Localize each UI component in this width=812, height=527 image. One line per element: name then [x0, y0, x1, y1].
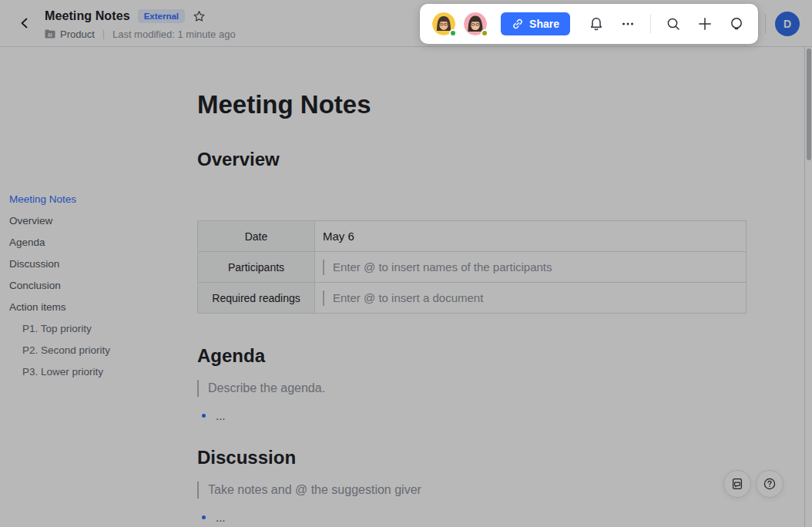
- comment-doc-icon: [730, 477, 744, 491]
- scrollbar-thumb[interactable]: [807, 49, 811, 160]
- table-label-participants: Participants: [198, 252, 315, 283]
- header-title-block: Meeting Notes External: [15, 8, 236, 41]
- collaboration-toolbar: Share: [420, 4, 758, 44]
- table-value-required-readings[interactable]: Enter @ to insert a document: [315, 283, 747, 314]
- agenda-placeholder-line[interactable]: Describe the agenda.: [197, 378, 747, 398]
- search-icon: [666, 16, 681, 32]
- outline-item-p3[interactable]: P3. Lower priority: [9, 361, 183, 382]
- table-row: Participants Enter @ to insert names of …: [198, 252, 747, 283]
- table-label-required-readings: Required readings: [198, 283, 315, 314]
- discussion-bullet-text: ...: [216, 511, 226, 524]
- overview-table: Date May 6 Participants Enter @ to inser…: [197, 220, 747, 314]
- doc-header: Meeting Notes External: [0, 0, 812, 47]
- cursor-bar: [323, 260, 324, 275]
- heading-discussion: Discussion: [197, 446, 747, 469]
- chevron-left-icon: [18, 17, 31, 29]
- meta-separator: |: [102, 29, 105, 39]
- collaborator-avatar-1[interactable]: [432, 12, 455, 35]
- help-button[interactable]: [756, 470, 783, 498]
- last-modified-text: Last modified: 1 minute ago: [112, 29, 236, 40]
- cursor-bar: [197, 380, 199, 397]
- more-horizontal-icon: [620, 16, 636, 32]
- outline-item-conclusion[interactable]: Conclusion: [9, 274, 183, 296]
- lightbulb-icon: [729, 16, 744, 32]
- folder-icon: [45, 29, 55, 39]
- outline-item-overview[interactable]: Overview: [9, 210, 183, 231]
- breadcrumb-folder[interactable]: Product: [60, 29, 95, 40]
- outline-item-meeting-notes[interactable]: Meeting Notes: [9, 188, 183, 210]
- external-badge: External: [138, 9, 185, 23]
- table-label-date: Date: [198, 221, 315, 252]
- readings-placeholder: Enter @ to insert a document: [333, 291, 483, 304]
- online-status-dot: [481, 29, 488, 37]
- floating-actions: [723, 470, 783, 498]
- table-row: Required readings Enter @ to insert a do…: [198, 283, 747, 314]
- discussion-placeholder-line[interactable]: Take notes and @ the suggestion giver: [197, 480, 747, 500]
- tips-button[interactable]: [727, 15, 746, 33]
- toolbar-divider: [650, 15, 651, 33]
- more-button[interactable]: [619, 15, 637, 33]
- bell-icon: [589, 16, 604, 32]
- outline-item-p1[interactable]: P1. Top priority: [9, 317, 183, 339]
- bullet-icon: [202, 515, 206, 519]
- search-button[interactable]: [664, 15, 683, 33]
- bullet-icon: [202, 414, 206, 418]
- user-avatar[interactable]: D: [775, 12, 800, 36]
- notifications-button[interactable]: [587, 15, 606, 33]
- table-row: Date May 6: [198, 221, 747, 252]
- online-status-dot: [449, 29, 457, 37]
- table-value-date[interactable]: May 6: [315, 221, 747, 252]
- participants-placeholder: Enter @ to insert names of the participa…: [333, 260, 552, 274]
- heading-agenda: Agenda: [197, 344, 747, 368]
- doc-canvas: Meeting Notes Overview Date May 6 Partic…: [197, 47, 747, 525]
- outline-item-action-items[interactable]: Action items: [9, 296, 183, 317]
- link-icon: [512, 18, 524, 30]
- agenda-placeholder: Describe the agenda.: [208, 381, 325, 395]
- star-icon[interactable]: [193, 10, 206, 23]
- share-label: Share: [529, 18, 559, 30]
- outline-item-p2[interactable]: P2. Second priority: [9, 339, 183, 361]
- outline-item-agenda[interactable]: Agenda: [9, 231, 183, 253]
- back-button[interactable]: [15, 14, 34, 32]
- heading-overview: Overview: [197, 148, 747, 171]
- scrollbar-track[interactable]: [804, 47, 812, 527]
- table-value-participants[interactable]: Enter @ to insert names of the participa…: [315, 252, 747, 283]
- question-mark-icon: [763, 477, 777, 491]
- doc-outline: Meeting Notes Overview Agenda Discussion…: [9, 188, 183, 382]
- share-button[interactable]: Share: [501, 12, 570, 35]
- plus-icon: [697, 16, 713, 32]
- doc-title: Meeting Notes: [45, 9, 130, 23]
- page-title: Meeting Notes: [197, 89, 747, 120]
- collaborator-avatar-2[interactable]: [464, 12, 487, 35]
- agenda-bullet-text: ...: [216, 409, 226, 422]
- discussion-placeholder: Take notes and @ the suggestion giver: [208, 483, 421, 497]
- discussion-bullet-line[interactable]: ...: [197, 509, 747, 525]
- agenda-bullet-line[interactable]: ...: [197, 408, 747, 423]
- add-button[interactable]: [696, 15, 714, 33]
- header-divider: [765, 14, 766, 34]
- cursor-bar: [197, 482, 199, 498]
- comments-panel-button[interactable]: [723, 470, 751, 498]
- app-window: Meeting Notes External: [0, 0, 812, 527]
- outline-item-discussion[interactable]: Discussion: [9, 253, 183, 274]
- cursor-bar: [323, 290, 324, 306]
